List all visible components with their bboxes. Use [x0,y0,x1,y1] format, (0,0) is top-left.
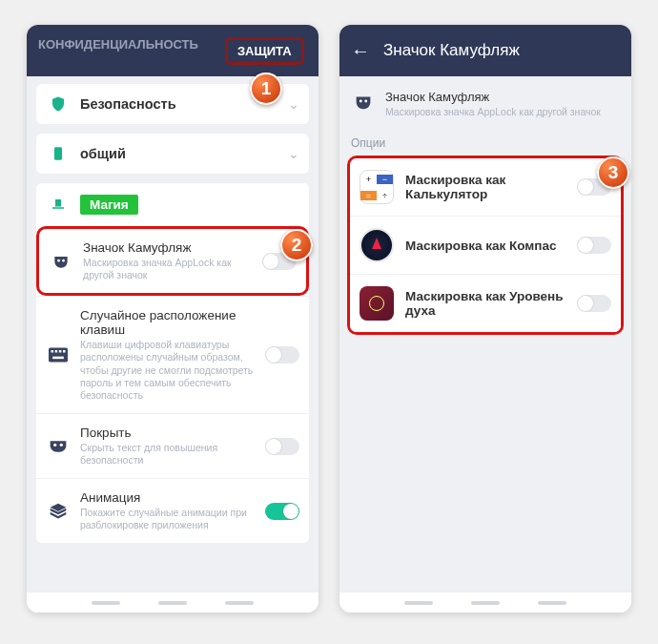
card-magic[interactable]: Магия [36,183,309,226]
toggle-level[interactable] [577,295,611,312]
tab-privacy[interactable]: КОНФИДЕНЦИАЛЬНОСТЬ [38,37,198,65]
step-badge-2: 2 [280,229,313,261]
card-general-title: общий [80,146,288,161]
compass-icon [360,228,394,262]
row-camo-title: Значок Камуфляж [83,240,257,255]
row-anim-desc: Покажите случайные анимации при разблоки… [80,507,259,531]
svg-point-9 [53,443,56,446]
toggle-animation[interactable] [265,503,299,520]
svg-point-1 [57,259,60,261]
row-disguise-calculator[interactable]: +−=÷ Маскировка как Калькулятор [350,158,621,216]
mask-icon [49,252,73,271]
svg-rect-4 [51,350,54,353]
svg-point-2 [62,259,65,261]
svg-rect-0 [54,147,62,159]
step-badge-1: 1 [250,73,282,105]
options-group: +−=÷ Маскировка как Калькулятор Маскиров… [347,156,624,335]
toggle-cover[interactable] [265,438,299,455]
toggle-random[interactable] [265,346,299,364]
chevron-down-icon: ⌄ [288,96,299,112]
row-disguise-level[interactable]: Маскировка как Уровень духа [350,274,621,332]
level-icon [360,286,394,321]
row-icon-camouflage[interactable]: Значок Камуфляж Маскировка значка AppLoc… [36,226,309,296]
mask-icon [46,439,71,454]
android-navbar [27,592,319,613]
back-icon[interactable]: ← [351,40,370,62]
svg-point-12 [364,100,367,103]
row-random-desc: Клавиши цифровой клавиатуры расположены … [80,339,259,402]
option-compass-title: Маскировка как Компас [405,239,571,253]
row-anim-title: Анимация [80,490,259,505]
row-disguise-compass[interactable]: Маскировка как Компас [350,216,621,274]
option-calc-title: Маскировка как Калькулятор [405,173,571,201]
option-level-title: Маскировка как Уровень духа [405,289,571,318]
svg-rect-7 [63,350,66,353]
calculator-icon: +−=÷ [360,170,394,204]
header-detail: ← Значок Камуфляж [339,25,631,76]
row-cover-title: Покрыть [80,426,259,440]
chevron-down-icon: ⌄ [288,146,299,161]
row-random-keyboard[interactable]: Случайное расположение клавиш Клавиши ци… [36,296,309,413]
intro-desc: Маскировка значка AppLock как другой зна… [385,106,601,117]
svg-rect-5 [55,350,58,353]
svg-rect-8 [52,357,64,360]
mask-icon [351,92,376,113]
card-magic-title: Магия [80,195,138,215]
tab-protection[interactable]: ЗАЩИТА [225,37,304,65]
intro-title: Значок Камуфляж [385,90,601,104]
hat-icon [46,197,71,214]
android-navbar [339,592,631,613]
screenshot-right: ← Значок Камуфляж Значок Камуфляж Маскир… [339,25,631,613]
svg-rect-6 [59,350,62,353]
row-cover[interactable]: Покрыть Скрыть текст для повышения безоп… [36,413,309,478]
screenshot-left: КОНФИДЕНЦИАЛЬНОСТЬ ЗАЩИТА Безопасность ⌄… [27,25,319,613]
row-camo-desc: Маскировка значка AppLock как другой зна… [83,257,257,281]
shield-icon [46,95,71,113]
toggle-compass[interactable] [577,237,611,254]
svg-point-10 [60,443,63,446]
page-title: Значок Камуфляж [383,41,520,60]
card-general[interactable]: общий ⌄ [36,134,309,174]
svg-rect-3 [49,348,68,363]
layers-icon [46,502,71,521]
options-label: Опции [339,127,631,156]
intro-block: Значок Камуфляж Маскировка значка AppLoc… [339,76,631,127]
svg-point-11 [360,100,362,103]
row-animation[interactable]: Анимация Покажите случайные анимации при… [36,478,309,543]
step-badge-3: 3 [597,156,629,189]
phone-icon [46,145,71,162]
keyboard-icon [46,347,71,363]
section-magic: Магия Значок Камуфляж Маскировка значка … [36,183,309,543]
row-cover-desc: Скрыть текст для повышения безопасности [80,442,259,467]
header-tabs: КОНФИДЕНЦИАЛЬНОСТЬ ЗАЩИТА [27,25,319,76]
row-random-title: Случайное расположение клавиш [80,308,259,337]
